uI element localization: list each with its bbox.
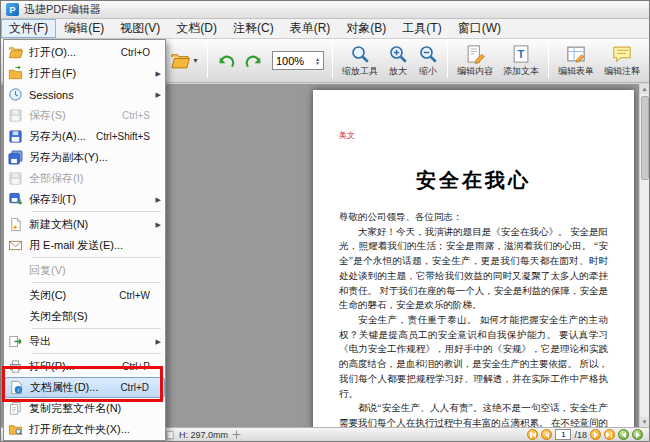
edit-form-icon xyxy=(566,44,586,64)
scrollbar-thumb[interactable] xyxy=(641,96,649,180)
menu-item-0[interactable]: 文件(F) xyxy=(1,19,56,38)
submenu-arrow-icon: ▶ xyxy=(156,196,161,204)
copy-name-icon xyxy=(8,401,23,416)
menu-item-5[interactable]: 表单(R) xyxy=(282,19,339,38)
file-menu-item-sessions[interactable]: Sessions▶ xyxy=(4,84,165,105)
file-menu-item-send-email[interactable]: 用 E-mail 发送(E)... xyxy=(4,235,165,256)
zoom-in-label: 放大 xyxy=(389,65,407,78)
dropdown-caret-icon[interactable]: ▼ xyxy=(192,57,199,64)
zoom-level-combo[interactable]: 100%▲▼ xyxy=(272,51,324,70)
menu-item-3[interactable]: 文档(D) xyxy=(168,19,225,38)
next-view-button[interactable] xyxy=(632,429,643,440)
save-to-icon xyxy=(8,192,23,207)
pdf-page: 美文 安全在我心 尊敬的公司领导、各位同志： 大家好！今天，我演讲的题目是《安全… xyxy=(313,90,634,427)
menu-shortcut: Ctrl+S xyxy=(122,110,150,121)
file-menu-item-close-all[interactable]: 关闭全部(S) xyxy=(4,306,165,327)
menu-separator xyxy=(32,257,161,259)
open-from-icon xyxy=(8,66,23,81)
menu-item-6[interactable]: 对象(B) xyxy=(338,19,394,38)
file-menu-item-copy-file-name[interactable]: 复制完整文件名(N) xyxy=(4,398,165,419)
menu-shortcut: Ctrl+O xyxy=(121,47,150,58)
menu-item-label: 用 E-mail 发送(E)... xyxy=(29,238,161,253)
file-menu-item-open[interactable]: 打开(O)...Ctrl+O xyxy=(4,42,165,63)
prev-page-button[interactable] xyxy=(541,429,552,440)
zoom-out-label: 缩小 xyxy=(419,65,437,78)
open-icon xyxy=(8,45,23,60)
vertical-scrollbar[interactable]: ▲ ▼ xyxy=(639,84,649,427)
zoom-spinner-icon[interactable]: ▲▼ xyxy=(315,57,320,65)
last-page-button[interactable] xyxy=(604,429,615,440)
redo-button[interactable] xyxy=(241,48,267,74)
paragraph: 都说“安全生产、人人有责”。这绝不是一句空话，安全生产需要我们每个人在执行过程中… xyxy=(339,401,608,427)
next-page-button[interactable] xyxy=(590,429,601,440)
edit-form-button[interactable]: 编辑表单 xyxy=(554,43,598,79)
file-menu-item-save: 保存(S)Ctrl+S xyxy=(4,105,165,126)
file-menu-item-print[interactable]: 打印(P)...Ctrl+P xyxy=(4,356,165,377)
menu-item-4[interactable]: 注释(C) xyxy=(225,19,282,38)
file-menu-item-open-from[interactable]: 打开自(F)▶ xyxy=(4,63,165,84)
edit-content-button[interactable]: 编辑内容 xyxy=(453,43,497,79)
menu-separator xyxy=(32,282,161,284)
menu-item-label: 关闭(C) xyxy=(29,288,119,303)
menu-item-8[interactable]: 窗口(W) xyxy=(450,19,509,38)
menu-shortcut: Ctrl+P xyxy=(122,361,150,372)
save-copy-icon xyxy=(8,150,23,165)
zoom-in-icon xyxy=(388,44,408,64)
toolbar-separator xyxy=(548,44,549,78)
svg-text:T: T xyxy=(518,48,525,60)
menu-shortcut: Ctrl+Shift+S xyxy=(96,131,150,142)
zoom-out-button[interactable]: 缩小 xyxy=(414,43,442,79)
toolbar-separator xyxy=(207,44,208,78)
file-menu-item-save-as[interactable]: 另存为(A)...Ctrl+Shift+S xyxy=(4,126,165,147)
file-menu-item-revert: 回复(V) xyxy=(4,260,165,281)
submenu-arrow-icon: ▶ xyxy=(156,221,161,229)
zoom-value: 100% xyxy=(276,55,304,67)
app-logo-icon: P xyxy=(6,3,19,16)
file-menu-item-open-containing-folder[interactable]: 打开所在文件夹(X)... xyxy=(4,419,165,440)
file-menu-item-document-properties[interactable]: i文档属性(D)...Ctrl+D xyxy=(4,377,165,398)
scroll-up-icon[interactable]: ▲ xyxy=(640,84,649,94)
edit-content-icon xyxy=(465,44,485,64)
file-menu-item-save-all: 全部保存(I) xyxy=(4,168,165,189)
file-menu-item-export[interactable]: 导出▶ xyxy=(4,331,165,352)
blank-icon xyxy=(8,288,23,303)
menu-item-label: 另存为(A)... xyxy=(29,129,96,144)
previous-view-button[interactable] xyxy=(618,429,629,440)
paragraph: 尊敬的公司领导、各位同志： xyxy=(339,210,608,225)
menu-item-label: 导出 xyxy=(29,334,161,349)
menu-item-1[interactable]: 编辑(E) xyxy=(56,19,112,38)
menu-item-label: 保存(S) xyxy=(29,108,122,123)
menu-item-label: 复制完整文件名(N) xyxy=(29,401,161,416)
folder-open-icon xyxy=(170,51,190,71)
page-number-input[interactable] xyxy=(555,429,571,440)
open-button[interactable]: ▼ xyxy=(167,48,202,74)
edit-content-label: 编辑内容 xyxy=(457,65,493,78)
scroll-down-icon[interactable]: ▼ xyxy=(640,417,649,427)
file-menu-item-new-document[interactable]: 新建文档(N)▶ xyxy=(4,214,165,235)
file-menu-item-save-to[interactable]: 保存到(T)▶ xyxy=(4,189,165,210)
save-icon xyxy=(8,129,23,144)
submenu-arrow-icon: ▶ xyxy=(156,338,161,346)
open-containing-icon xyxy=(8,422,23,437)
menu-item-7[interactable]: 工具(T) xyxy=(394,19,449,38)
sessions-icon xyxy=(8,87,23,102)
file-menu-item-save-as-copy[interactable]: 另存为副本(Y)... xyxy=(4,147,165,168)
zoom-tool-button[interactable]: 缩放工具 xyxy=(338,43,382,79)
add-text-button[interactable]: T添加文本 xyxy=(499,43,543,79)
menu-item-label: 打开所在文件夹(X)... xyxy=(29,422,161,437)
undo-button[interactable] xyxy=(213,48,239,74)
zoom-in-button[interactable]: 放大 xyxy=(384,43,412,79)
blank-icon xyxy=(8,309,23,324)
first-page-button[interactable] xyxy=(527,429,538,440)
edit-note-button[interactable]: 编辑注释 xyxy=(600,43,644,79)
menu-item-2[interactable]: 视图(V) xyxy=(112,19,168,38)
redo-icon xyxy=(244,51,264,71)
file-menu-item-close[interactable]: 关闭(C)Ctrl+W xyxy=(4,285,165,306)
toolbar-separator xyxy=(332,44,333,78)
menu-shortcut: Ctrl+D xyxy=(120,382,149,393)
export-icon xyxy=(8,334,23,349)
submenu-arrow-icon: ▶ xyxy=(156,91,161,99)
add-text-label: 添加文本 xyxy=(503,65,539,78)
save-gray-icon xyxy=(8,108,23,123)
save-gray-icon xyxy=(8,171,23,186)
